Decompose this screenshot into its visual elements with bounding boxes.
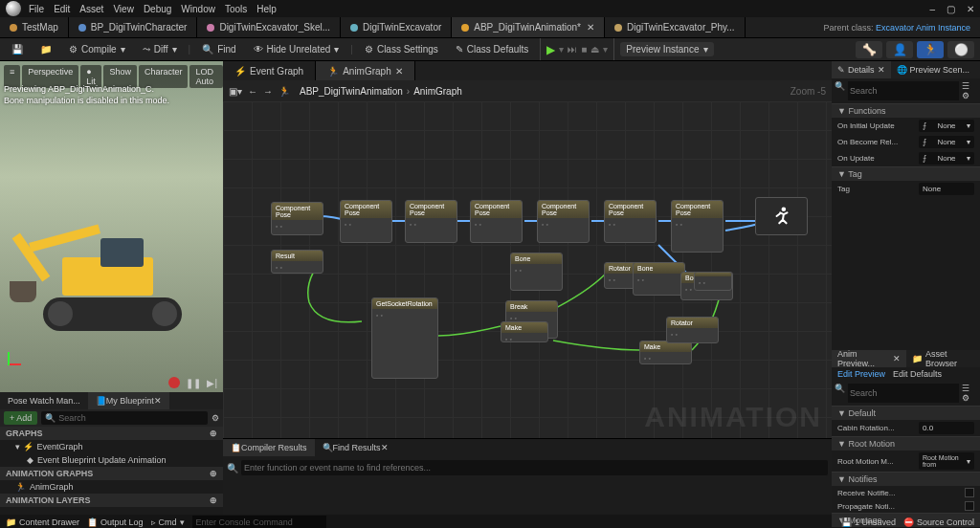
animlayers-section[interactable]: ANIMATION LAYERS⊕	[0, 494, 223, 507]
default-section[interactable]: ▼ Default	[832, 406, 980, 420]
edit-defaults-button[interactable]: Edit Defaults	[893, 369, 942, 379]
save-button[interactable]: 💾	[6, 42, 29, 56]
skipframe-button[interactable]: ⏭	[568, 44, 577, 55]
notifies-section[interactable]: ▼ Notifies	[832, 472, 980, 486]
cabin-rotation-field[interactable]: 0.0	[919, 422, 974, 434]
graph-node[interactable]: Rotator◦ ◦	[666, 317, 719, 343]
doc-tab[interactable]: BP_DigiTwinCharacter	[69, 17, 198, 37]
history-dropdown[interactable]: ▣▾	[229, 86, 242, 97]
play-button[interactable]: ▶	[546, 43, 555, 56]
parent-class-link[interactable]: Excavator Anim Instance	[876, 23, 970, 33]
onupdate-dropdown[interactable]: ⨍ None ▾	[919, 152, 974, 165]
pose-watch-tab[interactable]: Pose Watch Man...	[0, 392, 88, 409]
unsaved-button[interactable]: 💾 1 Unsaved	[841, 517, 896, 527]
vp-lod-button[interactable]: LOD Auto	[189, 65, 223, 88]
graph-node[interactable]: Component Pose◦ ◦	[470, 200, 523, 243]
compile-button[interactable]: ⚙ Compile ▾	[63, 42, 131, 56]
console-input[interactable]: Enter Console Command	[192, 516, 326, 528]
maximize-icon[interactable]: ▢	[947, 4, 955, 14]
graph-node[interactable]: Component Pose◦ ◦	[405, 200, 457, 243]
next-icon[interactable]: ▶|	[207, 378, 217, 388]
propagate-checkbox[interactable]	[965, 501, 974, 511]
animgraph-tab[interactable]: 🏃 AnimGraph ✕	[316, 61, 415, 80]
animgraphs-section[interactable]: ANIMATION GRAPHS⊕	[0, 467, 223, 480]
preview-instance-dropdown[interactable]: Preview Instance ▾	[620, 42, 713, 56]
graph-node[interactable]: ◦ ◦	[694, 272, 732, 291]
preview-search[interactable]	[848, 384, 959, 403]
details-tab[interactable]: ✎ Details ✕	[832, 61, 891, 78]
compiler-results-tab[interactable]: 📋 Compiler Results	[223, 439, 315, 456]
eject-button[interactable]: ⏏	[590, 44, 599, 55]
graph-canvas[interactable]: Component Pose◦ ◦Result◦ ◦Component Pose…	[223, 101, 832, 438]
menu-help[interactable]: Help	[256, 4, 277, 14]
output-pose-node[interactable]	[755, 197, 808, 235]
doc-tab[interactable]: DigiTwinExcavator_Skel...	[197, 17, 341, 37]
event-item[interactable]: ◆ Event Blueprint Update Animation	[0, 453, 223, 467]
diff-button[interactable]: ⤳ Diff ▾	[137, 42, 183, 56]
find-input[interactable]	[241, 460, 828, 475]
close-icon[interactable]: ✕	[967, 4, 974, 14]
graph-node[interactable]: Component Pose◦ ◦	[671, 200, 724, 253]
preview-scene-tab[interactable]: 🌐 Preview Scen...	[891, 61, 976, 78]
mode-physics-button[interactable]: ⚪	[947, 41, 974, 58]
my-blueprint-tab[interactable]: 📘 My Blueprint ✕	[88, 392, 169, 409]
pause-icon[interactable]: ❚❚	[186, 378, 201, 388]
breadcrumb-root[interactable]: ABP_DigiTwinAnimation	[300, 86, 403, 97]
tag-section[interactable]: ▼ Tag	[832, 166, 980, 181]
browse-button[interactable]: 📁	[34, 42, 57, 56]
doc-tab-active[interactable]: ABP_DigiTwinAnimation*✕	[452, 17, 605, 37]
hide-unrelated-button[interactable]: 👁 Hide Unrelated ▾	[248, 42, 345, 56]
receive-checkbox[interactable]	[965, 488, 974, 497]
minimize-icon[interactable]: –	[929, 4, 935, 14]
eventgraph-item[interactable]: ▾ ⚡ EventGraph	[0, 440, 223, 453]
graph-node[interactable]: Make◦ ◦	[501, 321, 548, 342]
graph-node[interactable]: Component Pose◦ ◦	[537, 200, 590, 243]
content-drawer-button[interactable]: 📁 Content Drawer	[6, 517, 79, 527]
graphs-section[interactable]: GRAPHS⊕	[0, 427, 223, 440]
stop-button[interactable]: ■	[581, 44, 587, 55]
oninit-dropdown[interactable]: ⨍ None ▾	[919, 120, 974, 132]
menu-view[interactable]: View	[113, 4, 134, 14]
preview-viewport[interactable]: ≡ Perspective ● Lit Show Character LOD A…	[0, 61, 223, 392]
menu-window[interactable]: Window	[181, 4, 215, 14]
filter-icon[interactable]: ☰ ⚙	[962, 81, 977, 100]
rootmotion-dropdown[interactable]: Root Motion from ▾	[919, 452, 974, 470]
settings-icon[interactable]: ⚙	[212, 413, 219, 423]
nav-back[interactable]: ←	[248, 86, 257, 97]
rootmotion-section[interactable]: ▼ Root Motion	[832, 436, 980, 451]
anim-preview-tab[interactable]: Anim Preview... ✕	[832, 350, 906, 367]
blueprint-search[interactable]: 🔍 Search	[41, 411, 208, 425]
graph-node[interactable]: Result◦ ◦	[271, 250, 323, 274]
graph-node[interactable]: Component Pose◦ ◦	[604, 200, 657, 243]
menu-file[interactable]: File	[29, 4, 44, 14]
class-settings-button[interactable]: ⚙ Class Settings	[359, 42, 444, 56]
find-button[interactable]: 🔍 Find	[196, 42, 241, 56]
source-control-button[interactable]: ⛔ Source Control	[903, 517, 974, 527]
output-log-button[interactable]: 📋 Output Log	[87, 517, 144, 527]
menu-debug[interactable]: Debug	[144, 4, 171, 14]
graph-node[interactable]: Bone◦ ◦	[510, 253, 563, 291]
graph-node[interactable]: Component Pose◦ ◦	[340, 200, 392, 243]
add-button[interactable]: + Add	[4, 411, 37, 425]
nav-fwd[interactable]: →	[263, 86, 273, 97]
menu-asset[interactable]: Asset	[79, 4, 103, 14]
record-button[interactable]	[168, 377, 180, 388]
doc-tab[interactable]: DigiTwinExcavator_Phy...	[605, 17, 746, 37]
tag-field[interactable]: None	[919, 183, 974, 195]
graph-node[interactable]: Component Pose◦ ◦	[271, 202, 323, 235]
doc-tab[interactable]: TestMap	[0, 17, 69, 37]
graph-node[interactable]: GetSocketRotation◦ ◦	[371, 297, 438, 379]
eventgraph-tab[interactable]: ⚡ Event Graph	[223, 61, 316, 80]
menu-edit[interactable]: Edit	[54, 4, 70, 14]
cmd-dropdown[interactable]: ▹Cmd ▾	[151, 517, 185, 527]
class-defaults-button[interactable]: ✎ Class Defaults	[450, 42, 534, 56]
asset-browser-tab[interactable]: 📁 Asset Browser	[906, 350, 980, 367]
graph-node[interactable]: Bone◦ ◦	[633, 262, 685, 296]
details-search[interactable]	[848, 81, 959, 100]
onbecome-dropdown[interactable]: ⨍ None ▾	[919, 136, 974, 148]
menu-tools[interactable]: Tools	[225, 4, 247, 14]
functions-section[interactable]: ▼ Functions	[832, 103, 980, 118]
mode-animation-button[interactable]: 🏃	[917, 41, 944, 58]
find-results-tab[interactable]: 🔍 Find Results ✕	[315, 439, 396, 456]
doc-tab[interactable]: DigiTwinExcavator	[341, 17, 452, 37]
